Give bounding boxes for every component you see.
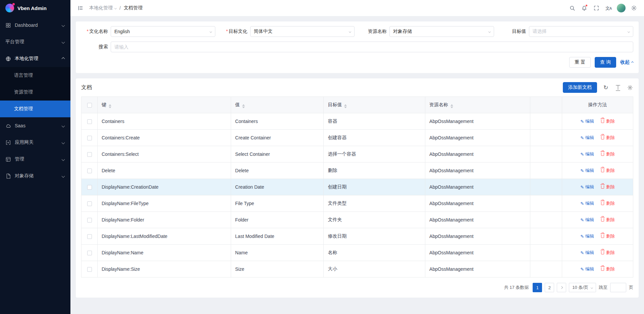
cell-target: 创建容器 (324, 130, 425, 146)
target-value-select[interactable]: 请选择 (529, 26, 634, 37)
cell-key: DisplayName:FileType (98, 195, 231, 212)
sidebar-item-document-management[interactable]: 文档管理 (0, 101, 70, 117)
delete-icon (601, 235, 604, 238)
grid-settings-icon[interactable] (627, 84, 633, 91)
row-height-icon[interactable] (614, 84, 621, 91)
cell-value: Last Modified Date (231, 228, 324, 245)
edit-icon: ✎ (580, 185, 584, 189)
logo-text: Vben Admin (17, 5, 47, 11)
resource-name-select[interactable]: 对象存储 (389, 26, 494, 37)
row-checkbox[interactable] (87, 251, 92, 255)
cell-key: DisplayName:Name (98, 245, 231, 261)
delete-link[interactable]: 删除 (601, 118, 615, 124)
add-document-button[interactable]: 添加新文档 (563, 82, 597, 93)
edit-icon: ✎ (580, 201, 584, 206)
delete-link[interactable]: 删除 (601, 151, 615, 157)
translate-icon[interactable]: 文A (603, 3, 614, 13)
delete-link[interactable]: 删除 (601, 200, 615, 206)
main-area: 本地化管理 / 文档管理 文A (70, 0, 644, 314)
row-checkbox[interactable] (87, 119, 92, 124)
delete-link[interactable]: 删除 (601, 217, 615, 223)
field-target-value: 目标值 请选择 (499, 26, 634, 37)
table-row: Delete Delete 删除 AbpOssManagement ✎编辑 删除 (82, 163, 633, 179)
row-checkbox[interactable] (87, 136, 92, 140)
next-page-button[interactable] (557, 283, 566, 292)
row-checkbox[interactable] (87, 152, 92, 157)
cell-key: Delete (98, 163, 231, 179)
culture-name-select[interactable]: English (111, 26, 215, 37)
page-jump-input[interactable] (610, 283, 626, 292)
column-header-key[interactable]: 键 (98, 97, 231, 113)
collapse-link[interactable]: 收起 (620, 59, 633, 65)
column-header-target[interactable]: 目标值 (324, 97, 425, 113)
delete-link[interactable]: 删除 (601, 184, 615, 190)
sidebar-item-object-storage[interactable]: 对象存储 (0, 168, 70, 184)
sidebar-item-saas[interactable]: Saas (0, 117, 70, 134)
delete-link[interactable]: 删除 (601, 135, 615, 141)
column-header-value[interactable]: 值 (231, 97, 324, 113)
table-row: Containers Containers 容器 AbpOssManagemen… (82, 113, 633, 130)
edit-link[interactable]: ✎编辑 (580, 233, 594, 239)
settings-gear-icon[interactable] (629, 3, 639, 13)
cell-resource: AbpOssManagement (425, 228, 530, 245)
edit-link[interactable]: ✎编辑 (580, 184, 594, 190)
menu-fold-icon[interactable] (75, 3, 86, 13)
row-checkbox[interactable] (87, 201, 92, 206)
sidebar-item-gateway[interactable]: 应用网关 (0, 134, 70, 151)
delete-link[interactable]: 删除 (601, 250, 615, 256)
jump-label: 跳至 (599, 285, 607, 291)
edit-link[interactable]: ✎编辑 (580, 118, 594, 124)
chevron-down-icon (349, 30, 351, 33)
select-all-checkbox[interactable] (87, 103, 92, 108)
query-button[interactable]: 查 询 (595, 57, 616, 68)
cell-key: Containers:Create (98, 130, 231, 146)
sidebar-item-localization[interactable]: 本地化管理 (0, 50, 70, 67)
column-header-resource[interactable]: 资源名称 (425, 97, 530, 113)
breadcrumb-current: 文档管理 (124, 5, 143, 11)
row-checkbox[interactable] (87, 169, 92, 173)
cell-key: DisplayName:Folder (98, 212, 231, 228)
delete-link[interactable]: 删除 (601, 233, 615, 239)
row-checkbox[interactable] (87, 234, 92, 239)
sidebar-item-platform[interactable]: 平台管理 (0, 34, 70, 50)
fullscreen-icon[interactable] (591, 3, 602, 13)
avatar[interactable] (617, 4, 626, 12)
cell-key: Containers:Select (98, 146, 231, 163)
delete-link[interactable]: 删除 (601, 266, 615, 272)
edit-link[interactable]: ✎编辑 (580, 151, 594, 157)
sidebar-item-resource-management[interactable]: 资源管理 (0, 84, 70, 101)
page-size-select[interactable]: 10 条/页 (569, 283, 596, 292)
target-culture-select[interactable]: 简体中文 (250, 26, 355, 37)
reset-button[interactable]: 重 置 (569, 57, 591, 68)
cell-target: 修改日期 (324, 228, 425, 245)
row-checkbox[interactable] (87, 185, 92, 190)
breadcrumb-parent[interactable]: 本地化管理 (89, 5, 116, 11)
object-storage-icon (5, 173, 11, 179)
sort-icon (109, 104, 111, 108)
cell-resource: AbpOssManagement (425, 195, 530, 212)
notification-icon[interactable] (579, 3, 590, 13)
edit-link[interactable]: ✎编辑 (580, 168, 594, 174)
column-header-spacer (530, 97, 562, 113)
edit-link[interactable]: ✎编辑 (580, 266, 594, 272)
search-input[interactable] (111, 42, 633, 52)
sidebar-item-language-management[interactable]: 语言管理 (0, 67, 70, 84)
search-icon[interactable] (567, 3, 578, 13)
row-checkbox[interactable] (87, 267, 92, 272)
edit-link[interactable]: ✎编辑 (580, 217, 594, 223)
row-checkbox[interactable] (87, 218, 92, 223)
refresh-icon[interactable]: ↻ (602, 84, 609, 91)
edit-link[interactable]: ✎编辑 (580, 250, 594, 256)
column-header-actions: 操作方法 (562, 97, 633, 113)
delete-link[interactable]: 删除 (601, 168, 615, 174)
page-button-1[interactable]: 1 (533, 283, 542, 292)
page-button-2[interactable]: 2 (545, 283, 554, 292)
logo-icon (5, 4, 14, 12)
cell-resource: AbpOssManagement (425, 163, 530, 179)
page-content: *文化名称 English *目标文化 简体中文 (70, 16, 644, 314)
edit-link[interactable]: ✎编辑 (580, 200, 594, 206)
sidebar-item-dashboard[interactable]: Dashboard (0, 17, 70, 34)
logo[interactable]: Vben Admin (0, 0, 70, 16)
sidebar-item-management[interactable]: 管理 (0, 151, 70, 168)
edit-link[interactable]: ✎编辑 (580, 135, 594, 141)
